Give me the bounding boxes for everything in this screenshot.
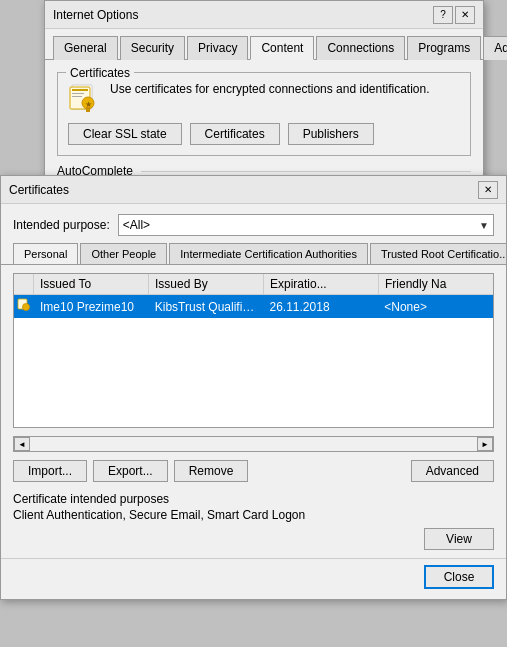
cert-close-btn-row: Close bbox=[1, 558, 506, 599]
certificates-group: Certificates ★ Use certificates for encr… bbox=[57, 72, 471, 156]
cert-cell-friendly-name: <None> bbox=[378, 297, 493, 317]
tab-intermediate-ca[interactable]: Intermediate Certification Authorities bbox=[169, 243, 368, 265]
clear-ssl-button[interactable]: Clear SSL state bbox=[68, 123, 182, 145]
scrollbar-track[interactable] bbox=[30, 437, 477, 451]
cert-cell-issued-to: Ime10 Prezime10 bbox=[34, 297, 149, 317]
advanced-button[interactable]: Advanced bbox=[411, 460, 494, 482]
svg-rect-2 bbox=[72, 89, 88, 91]
tab-programs[interactable]: Programs bbox=[407, 36, 481, 60]
title-bar-controls: ? ✕ bbox=[433, 6, 475, 24]
intended-purpose-select[interactable]: <All> ▼ bbox=[118, 214, 494, 236]
cert-tab-bar: Personal Other People Intermediate Certi… bbox=[1, 242, 506, 265]
intended-purpose-label: Intended purpose: bbox=[13, 218, 110, 232]
svg-rect-4 bbox=[72, 96, 82, 97]
tab-privacy[interactable]: Privacy bbox=[187, 36, 248, 60]
tab-connections[interactable]: Connections bbox=[316, 36, 405, 60]
tab-content[interactable]: Content bbox=[250, 36, 314, 60]
svg-rect-7 bbox=[86, 107, 90, 112]
col-header-friendly-name[interactable]: Friendly Na bbox=[379, 274, 493, 294]
autocomplete-separator bbox=[141, 171, 471, 172]
intended-purpose-row: Intended purpose: <All> ▼ bbox=[1, 204, 506, 242]
purpose-select-value: <All> bbox=[123, 218, 150, 232]
cert-purposes-section: Certificate intended purposes Client Aut… bbox=[1, 490, 506, 528]
certificates-group-label: Certificates bbox=[66, 66, 134, 80]
cert-close-button-bottom[interactable]: Close bbox=[424, 565, 494, 589]
publishers-button[interactable]: Publishers bbox=[288, 123, 374, 145]
export-button[interactable]: Export... bbox=[93, 460, 168, 482]
cert-bottom-left-buttons: Import... Export... Remove bbox=[13, 460, 248, 482]
cert-horizontal-scrollbar: ◄ ► bbox=[13, 436, 494, 452]
cert-close-button-top[interactable]: ✕ bbox=[478, 181, 498, 199]
tab-security[interactable]: Security bbox=[120, 36, 185, 60]
cert-buttons-row: Clear SSL state Certificates Publishers bbox=[68, 123, 460, 145]
view-button[interactable]: View bbox=[424, 528, 494, 550]
cert-cell-issued-by: KibsTrust Qualified Certificate Services bbox=[149, 297, 264, 317]
tab-advanced[interactable]: Advanced bbox=[483, 36, 507, 60]
cert-list-area: Issued To Issued By Expiratio... Friendl… bbox=[13, 273, 494, 428]
close-button[interactable]: ✕ bbox=[455, 6, 475, 24]
cert-purposes-title: Certificate intended purposes bbox=[13, 492, 494, 506]
main-tab-bar: General Security Privacy Content Connect… bbox=[45, 29, 483, 60]
svg-rect-3 bbox=[72, 93, 84, 94]
tab-trusted-root[interactable]: Trusted Root Certificatio... bbox=[370, 243, 506, 265]
col-header-expiration[interactable]: Expiratio... bbox=[264, 274, 379, 294]
cert-purposes-text: Client Authentication, Secure Email, Sma… bbox=[13, 508, 494, 522]
tab-general[interactable]: General bbox=[53, 36, 118, 60]
cert-window-title: Certificates bbox=[9, 183, 69, 197]
cert-title-bar: Certificates ✕ bbox=[1, 176, 506, 204]
cert-view-btn-row: View bbox=[1, 528, 506, 558]
col-header-issued-to[interactable]: Issued To bbox=[34, 274, 149, 294]
cert-title-controls: ✕ bbox=[478, 181, 498, 199]
cert-cell-expiration: 26.11.2018 bbox=[264, 297, 379, 317]
content-tab-content: Certificates ★ Use certificates for encr… bbox=[45, 60, 483, 190]
select-dropdown-arrow: ▼ bbox=[479, 220, 489, 231]
internet-options-title: Internet Options bbox=[53, 8, 138, 22]
tab-other-people[interactable]: Other People bbox=[80, 243, 167, 265]
internet-options-title-bar: Internet Options ? ✕ bbox=[45, 1, 483, 29]
col-header-icon bbox=[14, 274, 34, 294]
certificates-button[interactable]: Certificates bbox=[190, 123, 280, 145]
col-header-issued-by[interactable]: Issued By bbox=[149, 274, 264, 294]
certificate-icon: ★ bbox=[68, 81, 100, 113]
table-row[interactable]: Ime10 Prezime10 KibsTrust Qualified Cert… bbox=[14, 295, 493, 318]
remove-button[interactable]: Remove bbox=[174, 460, 249, 482]
cert-table-header: Issued To Issued By Expiratio... Friendl… bbox=[14, 274, 493, 295]
tab-personal[interactable]: Personal bbox=[13, 243, 78, 265]
cert-row-icon bbox=[14, 295, 34, 318]
scrollbar-left-btn[interactable]: ◄ bbox=[14, 437, 30, 451]
cert-description: Use certificates for encrypted connectio… bbox=[110, 81, 430, 98]
cert-bottom-row: Import... Export... Remove Advanced bbox=[1, 452, 506, 490]
certificates-window: Certificates ✕ Intended purpose: <All> ▼… bbox=[0, 175, 507, 600]
help-button[interactable]: ? bbox=[433, 6, 453, 24]
scrollbar-right-btn[interactable]: ► bbox=[477, 437, 493, 451]
import-button[interactable]: Import... bbox=[13, 460, 87, 482]
svg-point-9 bbox=[23, 304, 30, 311]
cert-desc-row: ★ Use certificates for encrypted connect… bbox=[68, 81, 460, 113]
internet-options-window: Internet Options ? ✕ General Security Pr… bbox=[44, 0, 484, 191]
